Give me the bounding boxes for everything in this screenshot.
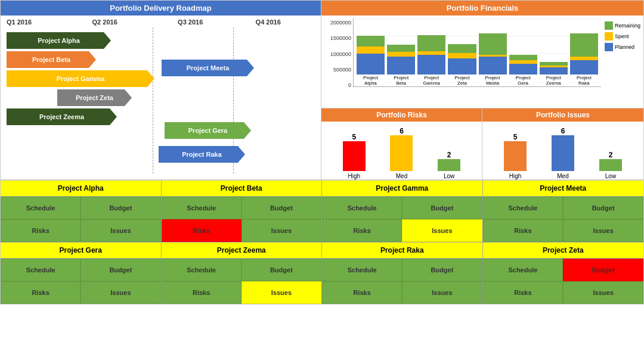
gera-schedule: Schedule xyxy=(1,259,80,281)
risk-low-label: Low xyxy=(444,173,454,179)
project-zeta-block: Project Zeta Schedule Budget Risks Issue… xyxy=(483,243,644,304)
project-raka-block: Project Raka Schedule Budget Risks Issue… xyxy=(322,243,483,304)
quarter-q2: Q2 2016 xyxy=(92,18,178,26)
project-alpha-block: Project Alpha Schedule Budget Risks Issu… xyxy=(1,181,162,242)
y-label-3: 1000000 xyxy=(324,51,351,57)
gamma-label: ProjectGamma xyxy=(423,76,440,86)
gamma-issues: Issues xyxy=(402,219,482,242)
meeta-label: ProjectMeeta xyxy=(485,76,500,86)
raka-schedule: Schedule xyxy=(322,259,402,281)
planned-legend-box xyxy=(605,43,613,51)
risk-med-count: 6 xyxy=(400,127,404,135)
alpha-block-header: Project Alpha xyxy=(1,181,161,197)
project-raka-bar: Project Raka xyxy=(159,146,245,163)
alpha-issues: Issues xyxy=(80,219,160,242)
raka-budget: Budget xyxy=(402,259,482,281)
gamma-schedule: Schedule xyxy=(322,197,402,219)
roadmap-title: Portfolio Delivery Roadmap xyxy=(1,1,321,15)
alpha-risks: Risks xyxy=(1,219,80,242)
bottom-section: Project Alpha Schedule Budget Risks Issu… xyxy=(1,179,643,304)
project-zeema-block: Project Zeema Schedule Budget Risks Issu… xyxy=(162,243,323,304)
issues-title: Portfolio Issues xyxy=(482,108,643,122)
gera-issues: Issues xyxy=(80,281,160,304)
issue-high-count: 5 xyxy=(513,133,518,141)
meeta-risks: Risks xyxy=(483,219,564,242)
issue-high-bar xyxy=(504,141,527,171)
roadmap-content: Q1 2016 Q2 2016 Q3 2016 Q4 2016 Project … xyxy=(1,15,321,173)
raka-risks: Risks xyxy=(322,281,402,304)
risk-high-label: High xyxy=(348,173,361,179)
gera-risks: Risks xyxy=(1,281,80,304)
y-label-1: 0 xyxy=(324,82,351,88)
gamma-block-header: Project Gamma xyxy=(322,181,482,197)
beta-issues: Issues xyxy=(242,219,321,242)
status-row-1: Project Alpha Schedule Budget Risks Issu… xyxy=(1,181,643,243)
beta-label: ProjectBeta xyxy=(394,76,408,86)
issue-low-count: 2 xyxy=(609,151,613,159)
remaining-legend-box xyxy=(605,21,613,30)
zeema-risks: Risks xyxy=(162,281,242,304)
remaining-legend-label: Remaining xyxy=(615,23,640,29)
zeema-budget: Budget xyxy=(242,259,321,281)
quarter-q1: Q1 2016 xyxy=(7,18,92,26)
project-zeta-bar: Project Zeta xyxy=(57,89,132,106)
beta-risks: Risks xyxy=(162,219,242,242)
project-zeema-bar: Project Zeema xyxy=(7,108,117,125)
zeema-schedule: Schedule xyxy=(162,259,242,281)
quarter-q3: Q3 2016 xyxy=(178,18,256,26)
raka-block-header: Project Raka xyxy=(322,243,482,259)
project-alpha-bar: Project Alpha xyxy=(7,32,111,49)
gera-budget: Budget xyxy=(80,259,160,281)
issue-med-label: Med xyxy=(557,173,568,179)
issue-low-bar xyxy=(599,159,622,171)
financials-section: Portfolio Financials 2000000 1500000 100… xyxy=(321,1,643,179)
gera-block-header: Project Gera xyxy=(1,243,161,259)
risk-med-label: Med xyxy=(396,173,407,179)
raka-issues: Issues xyxy=(402,281,482,304)
issue-low-label: Low xyxy=(605,173,616,179)
gamma-risks: Risks xyxy=(322,219,402,242)
project-beta-block: Project Beta Schedule Budget Risks Issue… xyxy=(162,181,323,242)
risk-low-count: 2 xyxy=(447,151,451,159)
risk-high-bar xyxy=(343,141,366,171)
spent-legend-box xyxy=(605,32,613,41)
spent-legend-label: Spent xyxy=(615,33,629,39)
financials-chart: 2000000 1500000 1000000 500000 0 xyxy=(321,15,643,108)
beta-schedule: Schedule xyxy=(162,197,242,219)
alpha-budget: Budget xyxy=(80,197,160,219)
meeta-budget: Budget xyxy=(563,197,643,219)
y-label-5: 2000000 xyxy=(324,20,351,26)
zeema-block-header: Project Zeema xyxy=(162,243,322,259)
gera-label: ProjectGera xyxy=(516,76,531,86)
y-label-2: 500000 xyxy=(324,67,351,73)
project-gamma-block: Project Gamma Schedule Budget Risks Issu… xyxy=(322,181,483,242)
chart-legend: Remaining Spent Planned xyxy=(605,21,640,51)
y-label-4: 1500000 xyxy=(324,35,351,41)
project-gamma-bar: Project Gamma xyxy=(7,70,154,87)
zeta-issues: Issues xyxy=(563,281,643,304)
zeta-schedule: Schedule xyxy=(483,259,564,281)
meeta-issues: Issues xyxy=(563,219,643,242)
project-gera-block: Project Gera Schedule Budget Risks Issue… xyxy=(1,243,162,304)
meeta-block-header: Project Meeta xyxy=(483,181,644,197)
issue-high-label: High xyxy=(509,173,522,179)
issue-med-bar xyxy=(552,135,574,171)
gamma-budget: Budget xyxy=(402,197,482,219)
status-row-2: Project Gera Schedule Budget Risks Issue… xyxy=(1,243,643,304)
risk-low-bar xyxy=(438,159,460,171)
zeta-block-header: Project Zeta xyxy=(483,243,644,259)
project-gera-bar: Project Gera xyxy=(165,122,251,139)
zeta-risks: Risks xyxy=(483,281,564,304)
zeema-issues: Issues xyxy=(242,281,321,304)
project-beta-bar: Project Beta xyxy=(7,51,96,68)
risk-high-count: 5 xyxy=(352,133,356,141)
top-section: Portfolio Delivery Roadmap Q1 2016 Q2 20… xyxy=(1,1,643,179)
zeta-label: ProjectZeta xyxy=(454,76,469,86)
risk-med-bar xyxy=(390,135,413,171)
project-meeta-block: Project Meeta Schedule Budget Risks Issu… xyxy=(483,181,644,242)
main-container: Portfolio Delivery Roadmap Q1 2016 Q2 20… xyxy=(0,0,644,305)
beta-block-header: Project Beta xyxy=(162,181,322,197)
alpha-label: ProjectAlpha xyxy=(363,76,378,86)
issue-med-count: 6 xyxy=(561,127,565,135)
risks-title: Portfolio Risks xyxy=(321,108,482,122)
